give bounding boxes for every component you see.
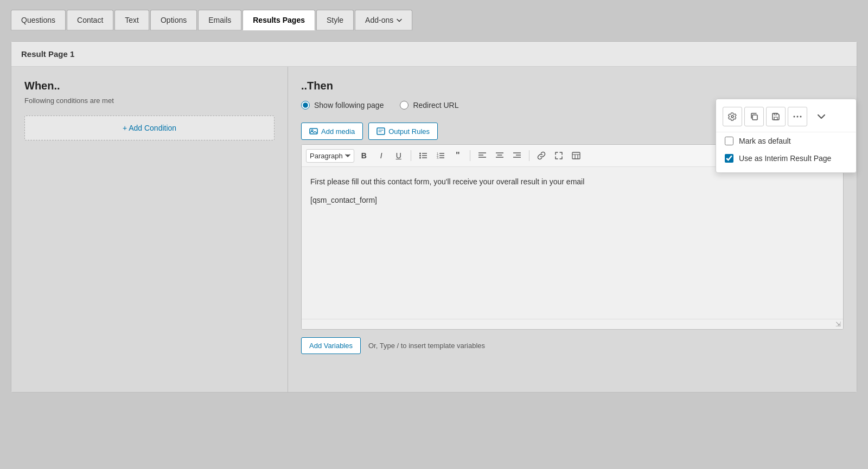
toolbar-popup: Mark as default Use as Interim Result Pa… <box>716 99 857 173</box>
svg-point-13 <box>419 157 421 159</box>
paragraph-label: Paragraph <box>310 152 343 160</box>
main-content: Result Page 1 <box>0 30 868 403</box>
link-button[interactable] <box>534 148 549 163</box>
svg-point-7 <box>311 130 313 131</box>
ordered-list-button[interactable]: 1.2.3. <box>433 148 448 163</box>
when-panel: When.. Following conditions are met + Ad… <box>11 67 288 392</box>
svg-rect-0 <box>752 115 757 120</box>
use-as-interim-label[interactable]: Use as Interim Result Page <box>739 154 831 163</box>
editor-buttons: Add media Output Rules <box>301 123 438 140</box>
output-rules-label: Output Rules <box>388 127 430 136</box>
bold-button[interactable]: B <box>356 148 372 163</box>
when-title: When.. <box>24 80 275 92</box>
redirect-url-radio[interactable] <box>400 101 409 110</box>
table-button[interactable] <box>569 148 584 163</box>
nav-tab-options[interactable]: Options <box>150 10 197 30</box>
add-condition-label: + Add Condition <box>123 124 176 132</box>
editor-content-line2: [qsm_contact_form] <box>310 194 834 206</box>
nav-tabs: QuestionsContactTextOptionsEmailsResults… <box>0 0 868 30</box>
result-page-card: Result Page 1 <box>11 41 857 393</box>
svg-point-9 <box>419 153 421 155</box>
use-as-interim-checkbox[interactable] <box>725 154 733 163</box>
add-media-label: Add media <box>321 127 355 136</box>
more-options-btn[interactable] <box>788 107 807 126</box>
svg-rect-30 <box>572 152 580 159</box>
underline-button[interactable]: U <box>391 148 406 163</box>
toolbar-divider-2 <box>470 150 470 161</box>
nav-tab-text[interactable]: Text <box>114 10 149 30</box>
svg-point-4 <box>797 116 799 118</box>
show-following-page-radio[interactable] <box>301 101 310 110</box>
add-variables-label: Add Variables <box>309 342 353 350</box>
redirect-url-label: Redirect URL <box>413 101 458 110</box>
copy-icon-btn[interactable] <box>744 107 764 126</box>
svg-rect-2 <box>774 113 777 115</box>
add-condition-button[interactable]: + Add Condition <box>24 115 275 140</box>
align-right-button[interactable] <box>509 148 525 163</box>
template-hint: Or, Type / to insert template variables <box>368 342 485 350</box>
nav-tab-contact[interactable]: Contact <box>67 10 113 30</box>
resize-icon: ⇲ <box>835 320 841 328</box>
then-title: ..Then <box>301 80 844 92</box>
toolbar-divider-1 <box>411 150 411 161</box>
result-page-title: Result Page 1 <box>21 49 74 59</box>
mark-as-default-checkbox[interactable] <box>725 137 733 145</box>
add-media-button[interactable]: Add media <box>301 123 363 140</box>
nav-tab-add-ons[interactable]: Add-ons <box>355 10 412 30</box>
svg-point-3 <box>794 116 795 118</box>
svg-point-5 <box>800 116 802 118</box>
output-rules-button[interactable]: Output Rules <box>368 123 438 140</box>
settings-icon-btn[interactable] <box>723 107 742 126</box>
toolbar-divider-3 <box>529 150 529 161</box>
when-subtitle: Following conditions are met <box>24 97 275 105</box>
bottom-row: Add Variables Or, Type / to insert templ… <box>301 337 844 354</box>
rich-editor-content[interactable]: First please fill out this contact form,… <box>302 167 843 319</box>
paragraph-select[interactable]: Paragraph <box>306 149 354 163</box>
nav-tab-emails[interactable]: Emails <box>198 10 241 30</box>
fullscreen-button[interactable] <box>551 148 566 163</box>
toolbar-icons-row <box>716 105 856 132</box>
svg-point-11 <box>419 155 421 157</box>
editor-content-line1: First please fill out this contact form,… <box>310 176 834 188</box>
mark-as-default-label[interactable]: Mark as default <box>739 137 791 145</box>
collapse-btn[interactable] <box>812 107 831 126</box>
use-as-interim-row: Use as Interim Result Page <box>716 150 856 167</box>
svg-rect-8 <box>377 128 385 134</box>
nav-tab-results-pages[interactable]: Results Pages <box>242 10 315 30</box>
nav-tab-questions[interactable]: Questions <box>11 10 66 30</box>
show-following-page-option[interactable]: Show following page <box>301 101 384 110</box>
save-icon-btn[interactable] <box>766 107 786 126</box>
italic-button[interactable]: I <box>374 148 389 163</box>
blockquote-button[interactable]: " <box>450 148 465 163</box>
svg-rect-6 <box>310 129 317 134</box>
redirect-url-option[interactable]: Redirect URL <box>400 101 458 110</box>
add-variables-button[interactable]: Add Variables <box>301 337 361 354</box>
mark-as-default-row: Mark as default <box>716 132 856 150</box>
unordered-list-button[interactable] <box>416 148 431 163</box>
nav-tab-style[interactable]: Style <box>316 10 354 30</box>
show-following-page-label: Show following page <box>314 101 384 110</box>
result-page-header: Result Page 1 <box>11 42 857 67</box>
resize-handle: ⇲ <box>302 319 843 329</box>
align-left-button[interactable] <box>475 148 490 163</box>
add-ons-tab-label: Add-ons <box>365 16 402 24</box>
align-center-button[interactable] <box>492 148 507 163</box>
svg-text:3.: 3. <box>437 156 439 159</box>
